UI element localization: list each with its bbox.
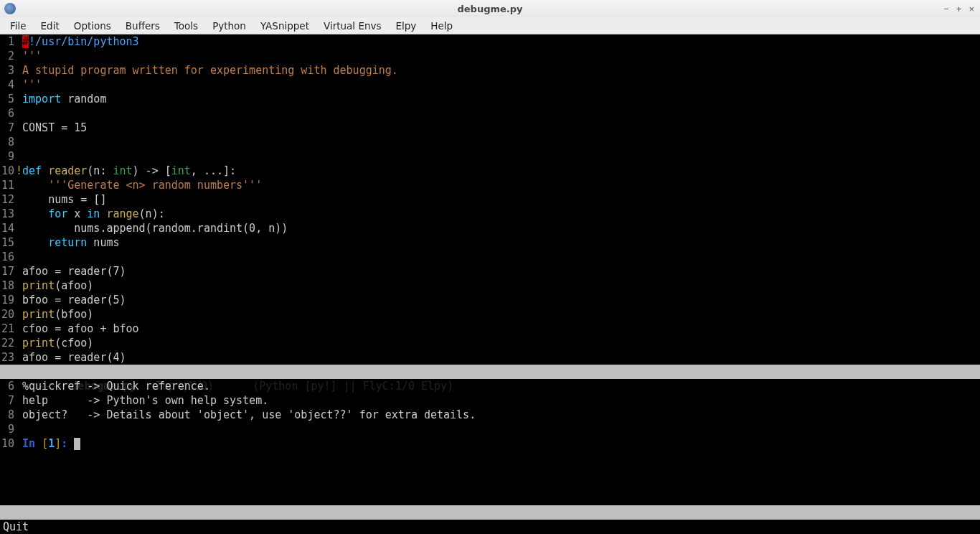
window-minimize-button[interactable]: − bbox=[943, 4, 949, 14]
window-titlebar: debugme.py − + × bbox=[0, 0, 980, 17]
menu-yasnippet[interactable]: YASnippet bbox=[255, 19, 315, 33]
source-pane[interactable]: 1 2 3 4 5 6 7 8 910111213141516171819202… bbox=[0, 34, 980, 365]
modeline-repl: U:**- *Python* Bot (10,8) (Inferior Pyth… bbox=[0, 505, 980, 520]
menu-elpy[interactable]: Elpy bbox=[390, 19, 423, 33]
repl-code[interactable]: %quickref -> Quick reference. help -> Py… bbox=[16, 379, 476, 505]
menu-file[interactable]: File bbox=[4, 19, 32, 33]
repl-pane[interactable]: 6 7 8 910 %quickref -> Quick reference. … bbox=[0, 379, 980, 505]
menu-tools[interactable]: Tools bbox=[169, 19, 204, 33]
text-cursor bbox=[74, 438, 80, 450]
menu-python[interactable]: Python bbox=[207, 19, 252, 33]
menu-buffers[interactable]: Buffers bbox=[120, 19, 166, 33]
menu-help[interactable]: Help bbox=[425, 19, 458, 33]
source-gutter: 1 2 3 4 5 6 7 8 910111213141516171819202… bbox=[0, 34, 16, 365]
menu-edit[interactable]: Edit bbox=[35, 19, 65, 33]
menu-virtual-envs[interactable]: Virtual Envs bbox=[318, 19, 387, 33]
minibuffer[interactable]: Quit bbox=[0, 520, 980, 534]
repl-gutter: 6 7 8 910 bbox=[0, 379, 16, 505]
source-code[interactable]: #!/usr/bin/python3 ''' A stupid program … bbox=[16, 34, 398, 365]
window-buttons: − + × bbox=[943, 4, 974, 14]
menubar: FileEditOptionsBuffersToolsPythonYASnipp… bbox=[0, 17, 980, 34]
window-title: debugme.py bbox=[0, 4, 980, 14]
window-close-button[interactable]: × bbox=[969, 4, 974, 14]
editor-area: 1 2 3 4 5 6 7 8 910111213141516171819202… bbox=[0, 34, 980, 534]
menu-options[interactable]: Options bbox=[68, 19, 117, 33]
window-maximize-button[interactable]: + bbox=[956, 4, 962, 14]
modeline-source: -:--- debugme.py Top (1,0) (Python [py!]… bbox=[0, 365, 980, 379]
